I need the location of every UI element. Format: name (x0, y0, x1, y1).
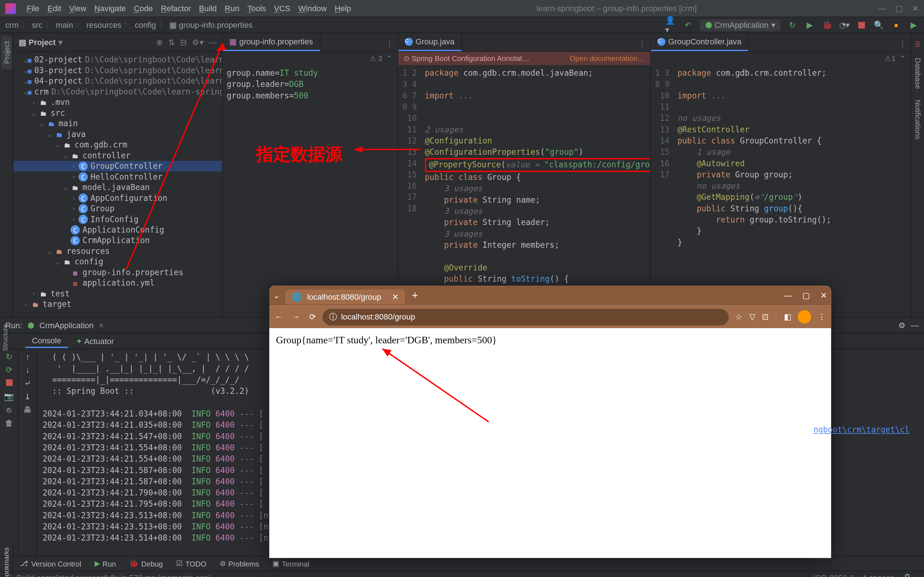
expand-icon[interactable]: ⇅ (168, 37, 175, 47)
update-icon[interactable]: ▶ (908, 19, 919, 30)
project-tree[interactable]: ⌄▣02-projectD:\Code\springboot\Code\lear… (13, 52, 222, 317)
address-bar[interactable]: ⓘ localhost:8080/group (322, 309, 729, 325)
exit-icon[interactable]: ⎋ (6, 405, 11, 415)
scroll-icon[interactable]: ⤓ (24, 392, 31, 401)
hide-icon[interactable]: — (208, 37, 216, 47)
tab-menu-icon[interactable]: ⋮ (895, 36, 911, 51)
tree-row[interactable]: ›🖿target (13, 299, 222, 309)
bookmarks-tab[interactable]: Bookmarks (3, 545, 10, 577)
notifications-tool-tab[interactable]: Notifications (913, 95, 923, 145)
tree-row[interactable]: ›CGroup (13, 203, 222, 214)
tree-row[interactable]: ›CInfoConfig (13, 214, 222, 224)
select-opened-icon[interactable]: ⊕ (156, 37, 163, 47)
tool-debug[interactable]: 🐞 Debug (123, 559, 170, 568)
database-tool-tab[interactable]: Database (913, 53, 923, 95)
browser-tab[interactable]: 🌐 localhost:8080/group ✕ (285, 290, 405, 305)
hotswap-icon[interactable]: ⟳ (6, 365, 12, 375)
tree-row[interactable]: CApplicationConfig (13, 225, 222, 235)
tab-menu-icon[interactable]: ⋮ (381, 36, 397, 51)
search-icon[interactable]: 🔍 (874, 19, 884, 30)
menu-run[interactable]: Run (221, 3, 244, 13)
tree-row[interactable]: ›CHelloController (13, 171, 222, 182)
tab-group[interactable]: CGroup.java (398, 34, 462, 51)
tree-row[interactable]: ›CGroupController (13, 161, 222, 171)
tab-close-icon[interactable]: ✕ (392, 292, 399, 301)
trash-icon[interactable]: 🗑 (5, 418, 13, 428)
indent[interactable]: 4 spaces (862, 573, 894, 577)
tab-properties[interactable]: ▦group-info.properties (223, 34, 320, 51)
tab-controller[interactable]: CGroupController.java (651, 34, 749, 51)
profile-avatar[interactable] (798, 310, 811, 324)
breadcrumb-item[interactable]: ▦ group-info.properties (169, 20, 252, 29)
rerun-icon[interactable]: ↻ (787, 19, 798, 30)
user-icon[interactable]: 👤▾ (665, 19, 676, 30)
encoding[interactable]: ISO-8859-1 (813, 573, 855, 577)
run-icon[interactable]: ▶ (804, 19, 815, 30)
warnings-badge[interactable]: ⚠1 (885, 54, 895, 63)
menu-window[interactable]: Window (294, 3, 331, 13)
tool-problems[interactable]: ⊘ Problems (213, 559, 266, 568)
coverage-icon[interactable]: ◔▾ (839, 19, 850, 30)
actuator-tab[interactable]: ✦ Actuator (69, 335, 121, 347)
print-icon[interactable]: 🖶 (23, 405, 31, 415)
down-icon[interactable]: ↓ (26, 365, 30, 375)
code-properties[interactable]: group.name=IT study group.leader=DGB gro… (223, 65, 397, 317)
lock-icon[interactable]: 🔒 (902, 573, 913, 577)
code-group[interactable]: 1 2 3 4 6 7 8 9 10 11 12 13 14 15 16 17 … (398, 65, 650, 317)
menu-code[interactable]: Code (130, 3, 157, 13)
tab-menu-icon[interactable]: ⋮ (634, 36, 650, 51)
maven-tool-tab[interactable]: m (913, 36, 923, 52)
collapse-icon[interactable]: ⊟ (180, 37, 187, 47)
forward-icon[interactable]: → (292, 312, 300, 322)
tree-row[interactable]: ⌄🖿java (13, 129, 222, 139)
menu-help[interactable]: Help (331, 3, 355, 13)
tree-row[interactable]: ⌄▣04-projectD:\Code\springboot\Code\lear… (13, 76, 222, 86)
tree-row[interactable]: ▦application.yml (13, 278, 222, 288)
warnings-badge[interactable]: ⚠ 3 (370, 54, 382, 63)
menu-navigate[interactable]: Navigate (90, 3, 129, 13)
tool-version-control[interactable]: ⎇ Version Control (13, 559, 88, 568)
br-close-icon[interactable]: ✕ (821, 291, 827, 300)
console-link[interactable]: ngboot\crm\target\cl (814, 425, 909, 435)
menu-tools[interactable]: Tools (243, 3, 270, 13)
sidepanel-icon[interactable]: ◧ (784, 312, 791, 322)
tree-row[interactable]: ›🖿test (13, 288, 222, 298)
camera-icon[interactable]: 📷 (4, 392, 14, 401)
run-config-selector[interactable]: ⬢ CrmApplication ▾ (700, 19, 781, 31)
gear-icon[interactable]: ⚙ (898, 321, 906, 330)
tree-row[interactable]: ▦group-info.properties (13, 267, 222, 277)
breadcrumb[interactable]: crm〉src〉main〉resources〉config〉▦ group-in… (5, 19, 253, 30)
close-icon[interactable]: ✕ (912, 3, 919, 13)
extensions-icon[interactable]: ⊡ (762, 312, 769, 322)
menu-icon[interactable]: ⋮ (818, 312, 826, 322)
breadcrumb-item[interactable]: config (135, 20, 156, 29)
back-icon[interactable]: ← (275, 312, 283, 322)
ai-icon[interactable]: ● (891, 19, 901, 30)
stop-icon[interactable] (6, 379, 12, 388)
tree-row[interactable]: ⌄🖿com.gdb.crm (13, 140, 222, 150)
site-info-icon[interactable]: ⓘ (329, 311, 337, 322)
breadcrumb-item[interactable]: crm (5, 20, 19, 29)
hide-icon[interactable]: — (911, 321, 919, 330)
structure-tab[interactable]: Structure (0, 319, 10, 356)
tree-row[interactable]: ⌄▣02-projectD:\Code\springboot\Code\lear… (13, 55, 222, 65)
console-tab[interactable]: Console (25, 334, 68, 348)
code-controller[interactable]: 1 3 8 9 10 11 12 13 14 15 16 17 package … (651, 65, 911, 317)
download-icon[interactable]: ▽ (749, 312, 756, 322)
tool-terminal[interactable]: ▣ Terminal (266, 559, 316, 568)
menu-build[interactable]: Build (195, 3, 221, 13)
debug-icon[interactable]: 🐞 (822, 19, 832, 30)
maximize-icon[interactable]: ▢ (895, 3, 903, 13)
project-tool-tab[interactable]: Project (1, 36, 11, 69)
tree-row[interactable]: ⌄▣03-projectD:\Code\springboot\Code\lear… (13, 65, 222, 76)
br-maximize-icon[interactable]: ▢ (802, 291, 809, 300)
tree-row[interactable]: ⌄🖿config (13, 256, 222, 267)
star-icon[interactable]: ☆ (735, 312, 743, 322)
breadcrumb-item[interactable]: main (56, 20, 73, 29)
tree-row[interactable]: ›CAppConfiguration (13, 193, 222, 203)
back-icon[interactable]: ↶ (683, 19, 693, 30)
tab-list-icon[interactable]: ⌄ (273, 291, 280, 300)
tool-run[interactable]: ▶ Run (88, 559, 123, 568)
close-tab-icon[interactable]: × (99, 321, 103, 330)
tree-row[interactable]: ⌄🖿model.javaBean (13, 182, 222, 193)
